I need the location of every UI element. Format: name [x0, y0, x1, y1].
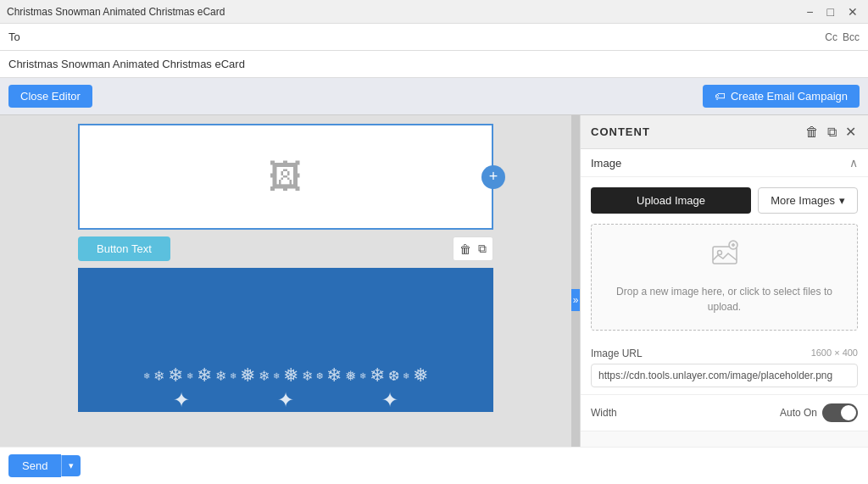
upload-image-button[interactable]: Upload Image: [591, 187, 751, 214]
drop-zone-text: Drop a new image here, or click to selec…: [607, 284, 842, 314]
drop-icon: [709, 240, 740, 277]
toggle-knob: [841, 405, 856, 420]
drop-zone[interactable]: Drop a new image here, or click to selec…: [591, 224, 858, 331]
snowflake-18: ❆: [388, 368, 399, 384]
snowflake-16: ❄: [359, 371, 366, 381]
to-label: To: [8, 31, 20, 43]
snowflake-1: ❄: [143, 371, 150, 381]
panel-delete-button[interactable]: 🗑: [804, 123, 821, 142]
send-button[interactable]: Send: [8, 454, 61, 477]
send-area: Send ▾: [0, 447, 868, 484]
panel-close-button[interactable]: ✕: [843, 122, 858, 142]
delete-block-button[interactable]: 🗑: [458, 240, 473, 258]
snowflake-5: ❄: [197, 364, 212, 387]
snowflake-9: ❄: [259, 368, 270, 384]
more-images-caret: ▾: [839, 194, 845, 207]
image-collapse-chevron[interactable]: ∧: [849, 156, 858, 170]
image-url-size: 1600 × 400: [811, 348, 858, 359]
svg-point-1: [717, 251, 721, 255]
close-editor-button[interactable]: Close Editor: [8, 85, 92, 108]
more-images-label: More Images: [771, 194, 835, 207]
snowflake-17: ❄: [370, 364, 385, 387]
width-toggle-row: Auto On: [780, 403, 858, 422]
snowflake-10: ❄: [273, 371, 280, 381]
more-images-button[interactable]: More Images ▾: [758, 187, 858, 214]
title-bar: Christmas Snowman Animated Christmas eCa…: [0, 0, 868, 24]
minimize-button[interactable]: −: [803, 5, 816, 19]
to-row: To Cc Bcc: [0, 24, 868, 51]
duplicate-block-button[interactable]: ⧉: [476, 240, 488, 258]
create-campaign-label: Create Email Campaign: [731, 90, 848, 103]
image-section-header: Image ∧: [581, 149, 868, 177]
block-actions: 🗑 ⧉: [453, 236, 493, 261]
snowflake-15: ❅: [345, 368, 356, 384]
snowflake-3: ❄: [168, 364, 183, 387]
star-1: ✦: [173, 388, 190, 412]
image-url-row: Image URL 1600 × 400: [581, 341, 868, 394]
plus-icon: +: [489, 168, 498, 186]
subject-text: Christmas Snowman Animated Christmas eCa…: [8, 58, 245, 70]
toolbar-row: Close Editor 🏷 Create Email Campaign: [0, 78, 868, 115]
campaign-icon: 🏷: [715, 90, 726, 103]
button-text-element[interactable]: Button Text: [78, 236, 170, 261]
snowflake-8: ❅: [240, 364, 255, 387]
send-caret-button[interactable]: ▾: [61, 455, 81, 476]
snowflake-2: ❄: [153, 368, 164, 384]
right-panel: CONTENT 🗑 ⧉ ✕ Image ∧ Upload Image More …: [580, 115, 868, 484]
snowflake-area: ❄ ❄ ❄ ❄ ❄ ❄ ❄ ❅ ❄ ❄ ❅ ❄ ❆ ❄ ❅ ❄ ❄ ❆ ❄ ❅: [78, 268, 493, 412]
cc-bcc-area: Cc Bcc: [825, 31, 860, 43]
panel-header-actions: 🗑 ⧉ ✕: [804, 122, 858, 142]
window-title: Christmas Snowman Animated Christmas eCa…: [7, 6, 225, 18]
panel-scroll[interactable]: Image ∧ Upload Image More Images ▾: [581, 149, 868, 484]
image-url-label-row: Image URL 1600 × 400: [591, 348, 858, 359]
snowflake-11: ❅: [283, 364, 298, 387]
image-section-title: Image: [591, 157, 621, 170]
maximize-button[interactable]: □: [824, 5, 837, 19]
snowflake-7: ❄: [230, 371, 236, 381]
snowflake-13: ❆: [316, 371, 323, 381]
canvas-area[interactable]: 🖼 + Button Text 🗑 ⧉ ❄ ❄ ❄ ❄ ❄ ❄ ❄ ❅: [0, 115, 571, 484]
image-placeholder-icon: 🖼: [269, 158, 303, 196]
snowflake-layer: ❄ ❄ ❄ ❄ ❄ ❄ ❄ ❅ ❄ ❄ ❅ ❄ ❆ ❄ ❅ ❄ ❄ ❆ ❄ ❅: [78, 364, 493, 387]
panel-duplicate-button[interactable]: ⧉: [826, 123, 838, 142]
bcc-label[interactable]: Bcc: [843, 31, 860, 43]
cc-label[interactable]: Cc: [825, 31, 837, 43]
snowflake-19: ❄: [403, 371, 409, 381]
snowflake-12: ❄: [302, 368, 313, 384]
image-buttons-row: Upload Image More Images ▾: [581, 177, 868, 224]
bottom-stars: ✦ ✦ ✦: [78, 388, 493, 412]
width-label: Width: [591, 407, 617, 419]
panel-divider[interactable]: »: [571, 115, 580, 484]
image-block: 🖼 +: [78, 124, 493, 230]
snowflake-20: ❅: [413, 364, 428, 387]
width-auto-toggle[interactable]: [822, 403, 858, 422]
snowflake-4: ❄: [186, 371, 193, 381]
star-2: ✦: [277, 388, 294, 412]
snowflake-6: ❄: [215, 368, 226, 384]
image-url-input[interactable]: [591, 364, 858, 387]
panel-header: CONTENT 🗑 ⧉ ✕: [581, 115, 868, 149]
auto-label: Auto On: [780, 407, 817, 419]
close-window-button[interactable]: ✕: [844, 5, 861, 19]
image-url-label: Image URL: [591, 348, 643, 359]
create-campaign-button[interactable]: 🏷 Create Email Campaign: [703, 85, 860, 108]
star-3: ✦: [381, 388, 398, 412]
image-section: Image ∧ Upload Image More Images ▾: [581, 149, 868, 431]
image-add-button[interactable]: +: [481, 165, 505, 189]
window-controls: − □ ✕: [803, 5, 861, 19]
subject-row: Christmas Snowman Animated Christmas eCa…: [0, 51, 868, 78]
snowflake-14: ❄: [326, 364, 342, 387]
button-text-row: Button Text 🗑 ⧉: [78, 236, 493, 261]
width-row: Width Auto On: [581, 394, 868, 431]
panel-title: CONTENT: [591, 125, 650, 138]
main-area: 🖼 + Button Text 🗑 ⧉ ❄ ❄ ❄ ❄ ❄ ❄ ❄ ❅: [0, 115, 868, 484]
